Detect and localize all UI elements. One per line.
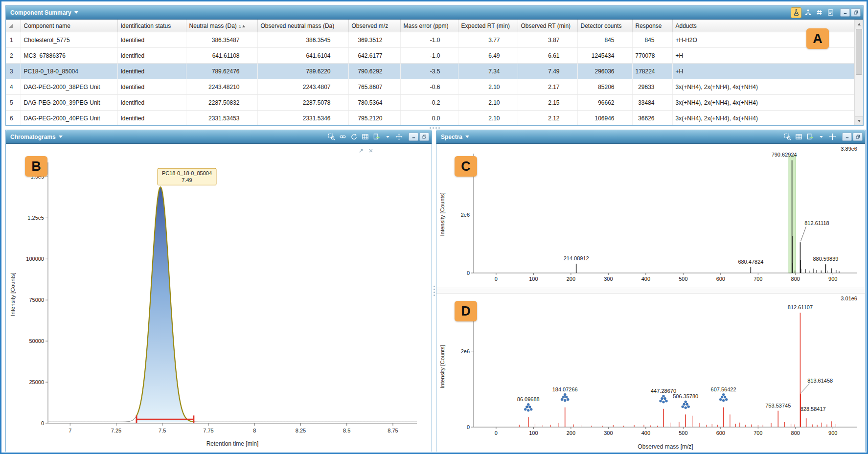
minimize-icon[interactable] xyxy=(842,133,852,141)
cell: 642.6177 xyxy=(348,48,400,64)
column-header-4[interactable]: Observed neutral mass (Da) xyxy=(257,20,348,32)
column-header-7[interactable]: Expected RT (min) xyxy=(458,20,518,32)
hash-icon[interactable] xyxy=(814,8,824,18)
cell: Identified xyxy=(117,95,186,111)
table-icon[interactable] xyxy=(794,132,803,142)
export-icon[interactable] xyxy=(371,132,381,142)
table-row[interactable]: 5DAG-PEG-2000_39PEG UnitIdentified2287.5… xyxy=(6,95,854,111)
table-row[interactable]: 2MC3_67886376Identified641.61108641.6104… xyxy=(6,48,854,64)
cell: DAG-PEG-2000_38PEG Unit xyxy=(21,79,117,95)
column-header-9[interactable]: Detector counts xyxy=(577,20,632,32)
scrollbar-track[interactable] xyxy=(855,28,863,116)
column-header-3[interactable]: Neutral mass (Da)1 xyxy=(186,20,257,32)
export-icon[interactable] xyxy=(805,132,815,142)
chromatograms-menu[interactable]: Chromatograms xyxy=(10,134,63,140)
cell: MC3_67886376 xyxy=(21,48,117,64)
horizontal-splitter[interactable] xyxy=(5,126,864,130)
svg-text:7.25: 7.25 xyxy=(111,428,121,433)
chromatograms-toolbar xyxy=(325,132,404,142)
spectrum-high-energy-plot-area[interactable]: 010020030040050060070080090002e6Intensit… xyxy=(436,294,865,454)
undo-icon[interactable] xyxy=(349,132,359,142)
table-row[interactable]: 4DAG-PEG-2000_38PEG UnitIdentified2243.4… xyxy=(6,79,854,95)
select-all-triangle-icon xyxy=(9,24,13,28)
cell: Identified xyxy=(117,111,186,126)
vertical-splitter[interactable] xyxy=(432,130,436,452)
svg-text:100000: 100000 xyxy=(26,256,44,262)
component-summary-titlebar: Component Summary xyxy=(6,6,863,20)
component-summary-menu[interactable]: Component Summary xyxy=(10,9,78,16)
svg-text:0: 0 xyxy=(41,420,44,426)
cell: 2243.48210 xyxy=(186,79,257,95)
report-icon[interactable] xyxy=(825,8,835,18)
cell: DAG-PEG-2000_39PEG Unit xyxy=(21,95,117,111)
table-row[interactable]: 1Cholesterol_5775Identified386.35487386.… xyxy=(6,32,854,48)
spectra-titlebar: Spectra xyxy=(436,130,865,144)
column-header-10[interactable]: Response xyxy=(632,20,672,32)
spectra-menu[interactable]: Spectra xyxy=(441,134,469,140)
spectrum-low-energy-plot-area[interactable]: 010020030040050060070080090002e6Intensit… xyxy=(436,144,865,288)
zoom-selection-icon[interactable] xyxy=(326,132,336,142)
scroll-up-arrow[interactable] xyxy=(855,20,863,28)
cell: 2243.4807 xyxy=(257,79,348,95)
chromatogram-plot-area[interactable]: 77.257.57.7588.258.58.750250005000075000… xyxy=(6,144,432,452)
column-header-5[interactable]: Observed m/z xyxy=(348,20,400,32)
cell: 7.34 xyxy=(458,64,518,79)
cell: 2331.53453 xyxy=(186,111,257,126)
svg-text:7.5: 7.5 xyxy=(159,428,166,433)
window-buttons xyxy=(842,133,863,141)
row-number: 6 xyxy=(6,111,21,126)
svg-text:8: 8 xyxy=(253,428,256,433)
svg-text:0: 0 xyxy=(467,424,470,430)
restore-icon[interactable] xyxy=(419,133,429,141)
annotation-label-a: A xyxy=(806,28,829,49)
vial-icon[interactable] xyxy=(791,7,801,18)
spectrum-low-energy-plot[interactable]: 010020030040050060070080090002e6Intensit… xyxy=(436,144,865,288)
table-row[interactable]: 6DAG-PEG-2000_40PEG UnitIdentified2331.5… xyxy=(6,111,854,126)
caret-down-icon[interactable] xyxy=(816,132,826,142)
zoom-selection-icon[interactable] xyxy=(782,132,792,142)
scroll-down-arrow[interactable] xyxy=(855,116,863,125)
column-header-8[interactable]: Observed RT (min) xyxy=(518,20,577,32)
restore-icon[interactable] xyxy=(853,133,863,141)
svg-text:8.25: 8.25 xyxy=(296,428,306,433)
svg-text:0: 0 xyxy=(495,430,498,436)
close-icon[interactable] xyxy=(368,148,374,154)
table-row[interactable]: 3PC18-0_18-0_85004Identified789.62476789… xyxy=(6,64,854,79)
minimize-icon[interactable] xyxy=(409,133,418,141)
cell: 2.12 xyxy=(518,111,577,126)
svg-text:7.75: 7.75 xyxy=(203,428,213,433)
chromatogram-plot[interactable]: 77.257.57.7588.258.58.750250005000075000… xyxy=(6,144,432,452)
sort-indicator: 1 xyxy=(239,24,245,29)
svg-text:2e6: 2e6 xyxy=(461,212,470,218)
column-header-2[interactable]: Identification status xyxy=(117,20,186,32)
component-summary-toolbar xyxy=(789,7,835,18)
cell: -0.2 xyxy=(400,95,458,111)
select-all-corner[interactable] xyxy=(6,20,21,32)
column-header-1[interactable]: Component name xyxy=(21,20,117,32)
scrollbar-thumb[interactable] xyxy=(856,29,862,75)
svg-text:3.01e6: 3.01e6 xyxy=(841,295,857,301)
restore-icon[interactable] xyxy=(851,8,861,17)
minimize-icon[interactable] xyxy=(840,8,850,17)
spectrum-high-energy-plot[interactable]: 010020030040050060070080090002e6Intensit… xyxy=(436,294,865,454)
cell: 641.61108 xyxy=(186,48,257,64)
annotation-label-d: D xyxy=(455,301,477,321)
svg-text:Retention time [min]: Retention time [min] xyxy=(206,440,259,447)
cell: 3x(+NH4), 2x(+NH4), 4x(+NH4) xyxy=(672,79,854,95)
cell: 386.3545 xyxy=(257,32,348,48)
pin-icon[interactable] xyxy=(358,148,364,154)
column-header-6[interactable]: Mass error (ppm) xyxy=(400,20,458,32)
cell: Identified xyxy=(117,79,186,95)
vertical-scrollbar[interactable] xyxy=(854,20,863,125)
pan-icon[interactable] xyxy=(827,132,837,142)
svg-text:700: 700 xyxy=(754,276,762,282)
table-icon[interactable] xyxy=(360,132,370,142)
cell: 789.6220 xyxy=(257,64,348,79)
cell: 795.2120 xyxy=(348,111,400,126)
pan-icon[interactable] xyxy=(394,132,404,142)
molecule-icon[interactable] xyxy=(803,8,813,18)
svg-text:813.61458: 813.61458 xyxy=(807,378,833,384)
caret-down-icon[interactable] xyxy=(383,132,392,142)
svg-text:800: 800 xyxy=(791,276,800,282)
link-icon[interactable] xyxy=(338,132,347,142)
